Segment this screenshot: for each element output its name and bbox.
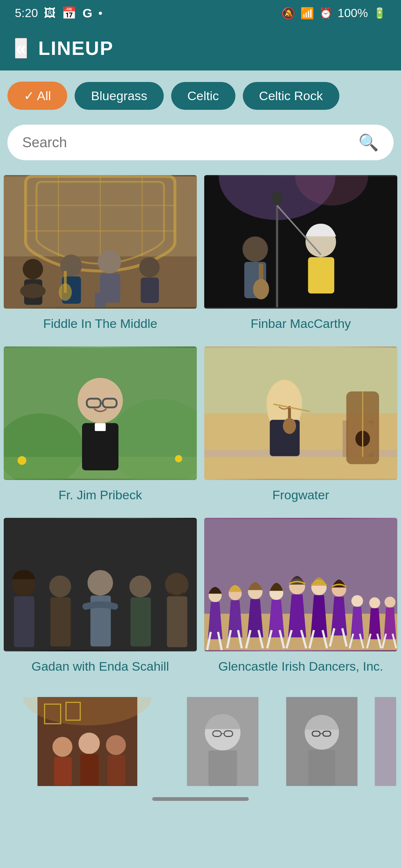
g-icon: G (82, 6, 92, 20)
artist-image-gadan (4, 518, 197, 651)
artist-card-glencastle[interactable]: Glencastle Irish Dancers, Inc. (200, 514, 401, 685)
svg-rect-136 (375, 697, 396, 786)
svg-point-118 (106, 735, 126, 755)
artist-photo-finbar (204, 175, 397, 309)
artist-card-frogwater[interactable]: Frogwater (200, 343, 401, 514)
artist-name-frogwater: Frogwater (272, 487, 329, 503)
filter-all[interactable]: ✓ All (7, 82, 67, 110)
svg-rect-62 (50, 598, 71, 647)
photo-icon: 🖼 (44, 6, 56, 20)
svg-point-103 (369, 598, 380, 608)
artist-image-finbar (204, 175, 397, 309)
svg-point-65 (129, 576, 151, 598)
search-input[interactable] (22, 135, 351, 151)
svg-point-27 (253, 279, 269, 299)
back-button[interactable]: « (15, 38, 27, 59)
artist-photo-gadan (4, 518, 197, 651)
svg-point-9 (20, 284, 46, 298)
artist-name-frjim: Fr. Jim Pribeck (59, 487, 142, 503)
svg-point-15 (139, 257, 160, 277)
filter-celtic[interactable]: Celtic (171, 82, 235, 110)
filter-bluegrass[interactable]: Bluegrass (75, 82, 163, 110)
artist-card-gadan[interactable]: Gadan with Enda Scahill (0, 514, 200, 685)
partial-card-mid[interactable] (175, 697, 271, 786)
svg-rect-66 (130, 598, 151, 647)
svg-point-116 (78, 733, 100, 754)
artist-image-fiddle (4, 175, 197, 309)
artist-photo-frogwater (204, 346, 397, 480)
svg-point-35 (17, 456, 26, 465)
partial-card-right[interactable] (274, 697, 370, 786)
dot-icon: • (98, 6, 102, 20)
partial-artist-row (0, 693, 401, 790)
status-left: 5:20 🖼 📅 G • (15, 6, 102, 20)
scroll-bar (152, 797, 249, 801)
artist-image-frogwater (204, 346, 397, 480)
artist-card-fr-jim-pribeck[interactable]: Fr. Jim Pribeck (0, 343, 200, 514)
artist-image-frjim (4, 346, 197, 480)
svg-rect-68 (167, 596, 188, 647)
svg-point-18 (59, 283, 72, 301)
app-header: « LINEUP (0, 26, 401, 70)
artist-card-fiddle-in-the-middle[interactable]: Fiddle In The Middle (0, 171, 200, 343)
svg-point-36 (175, 455, 182, 463)
wifi-icon: 📶 (300, 7, 314, 20)
scroll-indicator (0, 790, 401, 812)
svg-point-107 (385, 597, 395, 608)
svg-point-55 (283, 418, 296, 434)
search-icon: 🔍 (358, 133, 379, 152)
svg-rect-60 (14, 596, 34, 647)
svg-rect-132 (308, 750, 335, 785)
mute-icon: 🔕 (281, 7, 295, 20)
search-bar: 🔍 (7, 125, 394, 160)
battery-label: 100% (338, 6, 368, 20)
svg-point-67 (165, 573, 189, 596)
time-display: 5:20 (15, 6, 38, 20)
artist-name-finbar: Finbar MacCarthy (251, 315, 351, 332)
artist-name-glencastle: Glencastle Irish Dancers, Inc. (218, 658, 383, 674)
alarm-icon: ⏰ (319, 7, 332, 19)
svg-point-12 (98, 250, 121, 274)
svg-point-24 (242, 236, 268, 262)
status-bar: 5:20 🖼 📅 G • 🔕 📶 ⏰ 100% 🔋 (0, 0, 401, 26)
artist-name-fiddle: Fiddle In The Middle (43, 315, 157, 332)
svg-point-114 (52, 737, 72, 757)
svg-rect-16 (141, 277, 159, 303)
filter-celtic-rock[interactable]: Celtic Rock (243, 82, 339, 110)
svg-rect-126 (208, 750, 237, 786)
search-container: 🔍 (0, 121, 401, 171)
svg-rect-14 (95, 293, 105, 307)
artist-photo-glencastle (204, 518, 397, 651)
calendar-icon: 📅 (62, 6, 76, 20)
svg-point-63 (88, 570, 113, 596)
svg-point-61 (49, 576, 71, 598)
svg-point-23 (272, 191, 283, 206)
partial-card-left[interactable] (4, 697, 171, 786)
svg-rect-117 (80, 754, 99, 785)
artist-image-glencastle (204, 518, 397, 651)
battery-icon: 🔋 (373, 7, 386, 19)
svg-point-99 (351, 595, 363, 607)
filter-row: ✓ All Bluegrass Celtic Celtic Rock (0, 70, 401, 121)
svg-rect-29 (308, 257, 335, 293)
artist-photo-fiddle (4, 175, 197, 309)
artist-name-gadan: Gadan with Enda Scahill (32, 658, 169, 674)
status-right: 🔕 📶 ⏰ 100% 🔋 (281, 6, 386, 20)
svg-rect-119 (107, 755, 125, 785)
artist-card-finbar-maccarthy[interactable]: Finbar MacCarthy (200, 171, 401, 343)
svg-rect-42 (95, 423, 105, 431)
svg-point-10 (60, 254, 82, 276)
partial-card-far-right[interactable] (374, 697, 397, 786)
svg-rect-115 (54, 757, 72, 785)
svg-point-7 (23, 259, 43, 279)
artist-photo-frjim (4, 346, 197, 480)
artist-grid: Fiddle In The Middle (0, 171, 401, 693)
page-title: LINEUP (38, 37, 114, 59)
